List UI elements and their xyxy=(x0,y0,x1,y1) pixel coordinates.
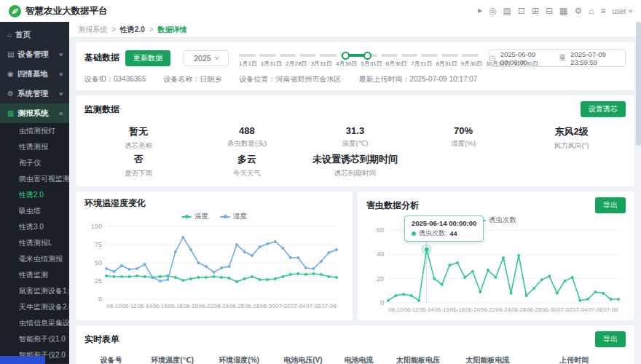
tooltip-series-label: 诱虫次数: xyxy=(419,229,447,238)
server-icon[interactable]: ▤ xyxy=(503,7,511,15)
sidebar-item-insect-info-collect[interactable]: 虫情信息采集设备 xyxy=(0,315,69,331)
legend-marker xyxy=(220,216,230,218)
chevron-up-icon: ∧ xyxy=(58,111,65,116)
tooltip-date: 2025-06-14 00:00:00 xyxy=(412,219,476,227)
svg-text:06-16: 06-16 xyxy=(152,303,168,309)
stat-value: 70% xyxy=(409,125,518,136)
table-column-header: 环境温度(℃) xyxy=(138,351,207,364)
sidebar-item-rodent-monitor-1[interactable]: 鼠害监测设备1.0 xyxy=(0,283,69,299)
realtime-table-title: 实时表单 xyxy=(84,333,119,346)
table-column-header: 上传时间 xyxy=(522,351,626,364)
vertical-scrollbar[interactable] xyxy=(636,22,641,364)
legend-item[interactable]: 温度 xyxy=(181,212,208,221)
display-icon[interactable]: ⊟ xyxy=(546,7,553,15)
user-label: user xyxy=(612,7,626,15)
monitor-panel-title: 监测数据 xyxy=(84,103,119,116)
sidebar-item-sex-lure-monitor[interactable]: 性诱监测 xyxy=(0,267,69,283)
table-column-header: 电池电压(V) xyxy=(272,351,334,364)
sidebar-item-suction-tower[interactable]: 吸虫塔 xyxy=(0,203,69,219)
timeline-handle-start[interactable] xyxy=(342,52,350,60)
svg-text:20: 20 xyxy=(377,275,384,282)
timeline-segment xyxy=(462,54,479,57)
sidebar-item-device-management[interactable]: ▤设备管理∨ xyxy=(0,44,69,64)
update-data-button[interactable]: 更新数据 xyxy=(125,50,170,66)
pest-chart-title: 害虫数据分析 xyxy=(366,199,419,212)
svg-text:07-02: 07-02 xyxy=(275,303,291,309)
sidebar-bottom-accent xyxy=(0,356,45,364)
chevron-down-icon: ∨ xyxy=(58,91,65,97)
sidebar-item-label: 性诱监测 xyxy=(19,270,48,280)
home-icon[interactable]: ⌂ xyxy=(589,7,594,15)
set-lure-button[interactable]: 设置诱芯 xyxy=(581,101,626,117)
sidebar-item-label: 性诱3.0 xyxy=(19,222,44,232)
stats-row-2: 否是否下雨多云今天天气未设置诱芯到期时间诱芯到期时间 xyxy=(84,153,626,178)
header-icons: ▶◎▤⊡⊞⊟▦⚙⌂≡ xyxy=(478,7,606,15)
svg-text:0: 0 xyxy=(380,299,384,306)
sidebar-item-pest-visual-monitor[interactable]: 病虫害可视监测 xyxy=(0,171,69,187)
sidebar-item-smart-spore-1[interactable]: 智能孢子仪1.0 xyxy=(0,331,69,347)
layers-icon[interactable]: ≡ xyxy=(600,7,605,15)
timeline-handle-end[interactable] xyxy=(363,52,371,60)
legend-item[interactable]: 湿度 xyxy=(220,212,247,221)
monitor-icon[interactable]: ⊡ xyxy=(518,7,525,15)
stat-item: 31.3温度(℃) xyxy=(301,125,409,151)
svg-text:06-16: 06-16 xyxy=(434,306,449,313)
breadcrumb-item[interactable]: 性诱2.0 xyxy=(120,25,145,35)
svg-text:07-06: 07-06 xyxy=(588,306,603,313)
sidebar-item-system-management[interactable]: ⚙系统管理∨ xyxy=(0,84,69,103)
table-header-row: 设备号环境温度(℃)环境湿度(%)电池电压(V)电池电流太阳能板电压太阳能板电流… xyxy=(84,351,626,364)
chart-monitor-icon[interactable]: ⊞ xyxy=(532,7,539,15)
svg-text:07-04: 07-04 xyxy=(291,303,306,309)
sidebar-item-spore-instrument[interactable]: 孢子仪 xyxy=(0,155,69,171)
sidebar-item-label: 毫米虫情测报 xyxy=(19,254,63,264)
camera-icon[interactable]: ◎ xyxy=(489,7,496,15)
timeline-label: 3月31日 xyxy=(311,60,332,68)
sidebar-item-mm-insect-report[interactable]: 毫米虫情测报 xyxy=(0,251,69,267)
stat-value: 31.3 xyxy=(301,125,409,136)
scrollbar-thumb[interactable] xyxy=(636,22,641,146)
sidebar-item-siqing-base[interactable]: ◉四情基地∨ xyxy=(0,64,69,84)
sidebar-item-longhorn-monitor-2[interactable]: 天牛监测设备2.0 xyxy=(0,299,69,315)
lamp-icon: ▥ xyxy=(7,109,14,117)
play-icon[interactable]: ▶ xyxy=(478,8,482,14)
timeline-slider[interactable]: 1月1日1月31日2月28日3月31日4月30日5月31日6月30日7月31日8… xyxy=(239,48,479,68)
svg-text:06-18: 06-18 xyxy=(450,306,465,313)
breadcrumb: 测报系统>性诱2.0>数据详情 xyxy=(69,22,641,37)
sidebar-item-forecast-system[interactable]: ▥测报系统∧ xyxy=(0,103,69,123)
sidebar-item-insect-lamp[interactable]: 虫情测报灯 xyxy=(0,123,69,139)
realtime-table-panel: 实时表单 导出 设备号环境温度(℃)环境湿度(%)电池电压(V)电池电流太阳能板… xyxy=(76,325,634,364)
svg-text:06-20: 06-20 xyxy=(465,306,481,313)
tooltip-value: 44 xyxy=(450,230,457,237)
device-info: 设备ID：03436365设备名称：日朗乡设备位置：河南省郑州市金水区最新上传时… xyxy=(84,74,626,84)
sidebar-item-label: 吸虫塔 xyxy=(19,206,41,216)
sidebar-item-sex-lure-l[interactable]: 性诱测报L xyxy=(0,235,69,251)
gear-icon: ⚙ xyxy=(7,90,14,98)
stat-value: 未设置诱芯到期时间 xyxy=(301,153,409,166)
year-select[interactable]: 2025 ∨ xyxy=(184,50,229,66)
device-info-item: 设备名称：日朗乡 xyxy=(164,74,222,84)
sidebar-item-label: 天牛监测设备2.0 xyxy=(19,302,69,312)
gear-icon[interactable]: ⚙ xyxy=(574,7,582,15)
stats-row-1: 暂无诱芯名称488杀虫数量(头)31.3温度(℃)70%湿度(%)东风2级风力风… xyxy=(84,125,626,151)
sidebar-item-sex-lure-2[interactable]: 性诱2.0 xyxy=(0,187,69,203)
content-scroll-area[interactable]: 基础数据 更新数据 2025 ∨ 1月1日1月31日2月28日3月31日4月30… xyxy=(69,37,641,364)
date-range-end: 2025-07-09 23:59:59 xyxy=(570,50,625,66)
sidebar-item-label: 性诱测报L xyxy=(19,238,52,248)
sidebar-item-home[interactable]: ⌂首页 xyxy=(0,25,69,44)
table-export-button[interactable]: 导出 xyxy=(595,331,626,347)
pest-chart-export-button[interactable]: 导出 xyxy=(595,197,626,213)
device-info-item: 设备位置：河南省郑州市金水区 xyxy=(240,74,342,84)
breadcrumb-item[interactable]: 测报系统 xyxy=(78,25,107,35)
legend-label: 温度 xyxy=(194,212,208,221)
device-info-label: 设备位置： xyxy=(240,75,276,83)
stat-item: 暂无诱芯名称 xyxy=(84,125,193,151)
stat-item: 多云今天天气 xyxy=(193,153,302,178)
chevron-down-icon: ∨ xyxy=(58,52,65,58)
svg-text:07-08: 07-08 xyxy=(321,303,337,309)
app-title: 智慧农业大数据平台 xyxy=(25,5,108,17)
sidebar-item-sex-lure-3[interactable]: 性诱3.0 xyxy=(0,219,69,235)
sidebar-item-sex-lure-report[interactable]: 性诱测报 xyxy=(0,139,69,155)
user-menu[interactable]: user ∨ xyxy=(612,7,632,15)
stat-item: 东风2级风力风向(°) xyxy=(517,125,626,151)
qrcode-icon[interactable]: ▦ xyxy=(559,7,567,15)
